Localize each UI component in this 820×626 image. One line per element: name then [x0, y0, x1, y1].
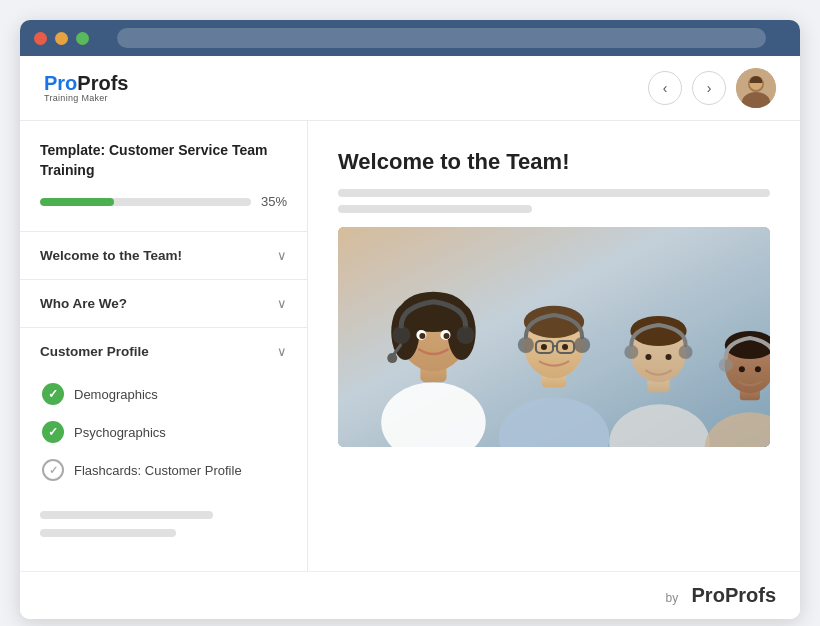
sidebar-divider-2 [20, 279, 307, 280]
sidebar-divider-3 [20, 327, 307, 328]
footer-by: by [665, 591, 678, 605]
dot-yellow[interactable] [55, 32, 68, 45]
sidebar-divider [20, 231, 307, 232]
dot-green[interactable] [76, 32, 89, 45]
top-nav: Pro Profs Training Maker ‹ › [20, 56, 800, 121]
svg-rect-45 [338, 227, 770, 447]
sidebar-item-customer-profile[interactable]: Customer Profile ∨ [20, 332, 307, 371]
logo: Pro Profs Training Maker [44, 73, 648, 103]
footer-brand-profs: Profs [725, 584, 776, 606]
progress-row: 35% [20, 194, 307, 227]
sub-item-psychographics: Psychographics [74, 425, 166, 440]
placeholder-bar-1 [40, 511, 213, 519]
content-line-1 [338, 189, 770, 197]
sub-item-flashcards: Flashcards: Customer Profile [74, 463, 242, 478]
sidebar-item-welcome[interactable]: Welcome to the Team! ∨ [20, 236, 307, 275]
sidebar: Template: Customer Service Team Training… [20, 121, 308, 571]
sidebar-sub-items: Demographics Psychographics Flashcards: … [20, 371, 307, 497]
chevron-down-icon: ∨ [277, 248, 287, 263]
dot-red[interactable] [34, 32, 47, 45]
address-bar [117, 28, 766, 48]
browser-titlebar [20, 20, 800, 56]
sub-item-demographics: Demographics [74, 387, 158, 402]
sidebar-bottom-placeholders [20, 497, 307, 551]
check-outline-icon [42, 459, 64, 481]
chevron-down-icon-3: ∨ [277, 344, 287, 359]
progress-bar-fill [40, 198, 114, 206]
sidebar-item-customer-profile-label: Customer Profile [40, 344, 149, 359]
progress-bar-bg [40, 198, 251, 206]
page-footer: by ProProfs [20, 571, 800, 619]
progress-percent: 35% [261, 194, 287, 209]
photo-simulation [338, 227, 770, 447]
list-item[interactable]: Demographics [20, 375, 307, 413]
check-complete-icon-2 [42, 421, 64, 443]
chevron-down-icon-2: ∨ [277, 296, 287, 311]
logo-pro: Pro [44, 73, 77, 93]
list-item[interactable]: Flashcards: Customer Profile [20, 451, 307, 489]
sidebar-item-who-label: Who Are We? [40, 296, 127, 311]
logo-profs: Profs [77, 73, 128, 93]
nav-forward-button[interactable]: › [692, 71, 726, 105]
footer-brand-pro: Pro [692, 584, 725, 606]
main-content: Welcome to the Team! [308, 121, 800, 571]
chevron-left-icon: ‹ [663, 80, 668, 96]
sidebar-item-who[interactable]: Who Are We? ∨ [20, 284, 307, 323]
team-photo [338, 227, 770, 447]
check-complete-icon [42, 383, 64, 405]
main-layout: Template: Customer Service Team Training… [20, 121, 800, 571]
nav-controls: ‹ › [648, 68, 776, 108]
chevron-right-icon: › [707, 80, 712, 96]
logo-subtitle: Training Maker [44, 94, 648, 103]
content-line-2 [338, 205, 532, 213]
list-item[interactable]: Psychographics [20, 413, 307, 451]
avatar[interactable] [736, 68, 776, 108]
placeholder-bar-2 [40, 529, 176, 537]
sidebar-item-welcome-label: Welcome to the Team! [40, 248, 182, 263]
logo-area: Pro Profs Training Maker [44, 73, 648, 103]
footer-brand: ProProfs [692, 590, 776, 605]
browser-content: Pro Profs Training Maker ‹ › [20, 56, 800, 619]
page-title: Welcome to the Team! [338, 149, 770, 175]
browser-window: Pro Profs Training Maker ‹ › [20, 20, 800, 619]
nav-back-button[interactable]: ‹ [648, 71, 682, 105]
template-title: Template: Customer Service Team Training [20, 141, 307, 194]
